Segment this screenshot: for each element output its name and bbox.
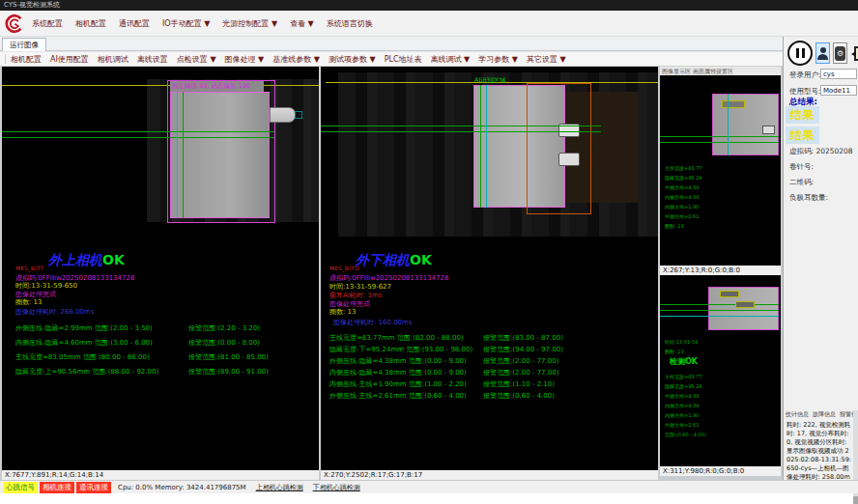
mid-camera-canvas[interactable]: AI识别区域 外下相机OK MES_B(TO 虚拟码:0FFIIiw202502… [321,67,658,470]
toolbar-separator [5,54,6,64]
thumb-line: 时间:13-31-59 [665,337,698,347]
window-titlebar: CYS-视觉检测系统 [0,0,858,11]
toolbar: 相机配置 AI使用配置 相机调试 离线设置 点检设置 ▼ 图像处理 ▼ 基准线参… [0,51,783,67]
virtual-barcode-field: 虚拟码: 20250208 [789,147,853,156]
user-login-button[interactable] [815,42,830,64]
annotation-green-vline [480,85,481,208]
measurement-value: 主线宽度=83.05mm 范围:(80.00 - 86.00) [15,353,150,361]
measurement-value: 主线宽度=83.77mm 范围:(82.00 - 88.00) [329,334,464,342]
menu-system-config[interactable]: 系统配置 [32,18,63,29]
annotation-yellow-label [720,291,739,297]
menu-camera-config[interactable]: 相机配置 [75,18,106,29]
tool-learning-params[interactable]: 学习参数 ▼ [478,54,518,65]
camera-connection-badge: 相机连接 [40,482,74,493]
annotation-yellow-label [722,100,745,108]
thumb-line: 内侧主线=1.90 [665,202,702,211]
alarm-range: 报警范围:(94.00 - 97.00) [483,345,563,354]
measurement-list: 外侧压线-隐藏=2.99mm 范围:(2.00 - 3.50)报警范围:(2.2… [15,323,158,381]
scrollbar-thumb[interactable] [853,496,858,504]
reflective-tab [558,153,580,166]
user-icon [820,47,826,53]
tool-ai-usage-config[interactable]: AI使用配置 [50,54,89,65]
tab-stat-info[interactable]: 统计信息 [786,410,809,419]
menu-io-manual-config[interactable]: IO手动配置 ▼ [162,18,210,29]
lower-camera-heartbeat-link[interactable]: 下相机心跳检测 [313,483,360,492]
ok-status-label: OK [102,252,125,267]
thumb-line: 外侧压线=4.38 [665,182,702,192]
side-control-panel: ⚙ 登录用户: cys 使用型号: Mode11 总结果: 结果 结果 虚拟码:… [783,37,858,480]
thumb-measure-lines: 时间:13-31-59 圈数: 13 [665,337,698,356]
thumb-line: 主线宽度=83.77 [665,372,706,381]
mes-status-label: MES_B(TO [329,265,359,271]
measurement-value: 隐藏宽度-下=95.24mm 范围:(93.00 - 98.00) [329,346,472,353]
thumb-bottom-canvas[interactable]: 时间:13-31-59 圈数: 13 检测OK 主线宽度=83.77 隐藏宽度=… [660,275,781,466]
upper-camera-heartbeat-link[interactable]: 上相机心跳检测 [256,483,303,492]
thumbnail-header: 图像显示区 画面属性设置区 [660,67,781,75]
process-time-label: 图像处理耗时: 266.00ms [15,307,95,317]
left-camera-canvas[interactable]: 固定阈值:93, 动态阈值:100 外上相机OK MES_B(TT 虚拟码:0F… [2,67,319,470]
menu-light-control-config[interactable]: 光源控制配置 ▼ [222,18,277,29]
thumb-line: 内侧主线=1.90 [665,410,706,420]
menu-bar: 系统配置 相机配置 通讯配置 IO手动配置 ▼ 光源控制配置 ▼ 查看 ▼ 系统… [0,11,858,37]
menu-comm-config[interactable]: 通讯配置 [119,18,150,29]
thumb-line: 外侧主线=2.61 [665,211,702,221]
ok-status-label: 检测OK [670,356,698,367]
tool-other-settings[interactable]: 其它设置 ▼ [527,54,566,65]
camera-result-title: 外下相机OK [356,250,432,269]
alarm-range: 报警范围:(89.00 - 91.00) [188,367,269,377]
measurement-row: 内侧压线-主线=1.90mm 范围:(1.00 - 2.20)报警范围:(1.1… [329,379,472,391]
measurement-list: 主线宽度=83.77mm 范围:(82.00 - 88.00)报警范围:(83.… [329,333,472,403]
measurement-value: 外侧压线-隐藏=4.38mm 范围:(0.00 - 9.00) [329,357,467,365]
alarm-range: 报警范围:(1.10 - 2.10) [483,379,555,389]
exit-arrow-icon [851,51,856,57]
heartbeat-status-badge: 心跳信号 [3,482,38,493]
tab-run-image[interactable]: 运行图像 [2,38,46,51]
thumb-line: 内侧压线=4.38 [665,192,702,202]
tool-image-processing[interactable]: 图像处理 ▼ [225,54,265,65]
model-label: 使用型号: [789,87,821,97]
camera-name-label: 外下相机 [356,252,410,267]
menu-language-switch[interactable]: 系统语言切换 [327,18,373,29]
measurement-row: 隐藏宽度-下=95.24mm 范围:(93.00 - 98.00)报警范围:(9… [329,345,472,356]
ai-region-label: AI识别区域 [474,76,505,85]
pause-button[interactable] [787,41,813,66]
menu-view[interactable]: 查看 ▼ [290,18,314,29]
pixel-coords-readout: X:270;Y:2502;R:17;G:17;B:17 [321,470,658,480]
thumb-measure-lines: 主线宽度=83.77 隐藏宽度=95.24 外侧压线=4.38 内侧压线=4.3… [665,163,702,231]
tool-offline-debug[interactable]: 离线调试 ▼ [431,54,471,65]
result-display-2: 结果 [786,126,819,144]
qrcode-field: 二维码: [789,178,814,187]
tool-baseline-params[interactable]: 基准线参数 ▼ [272,54,320,65]
login-user-value[interactable]: cys [820,69,857,79]
measurement-value: 外侧压线-隐藏=2.99mm 范围:(2.00 - 3.50) [15,324,153,332]
tool-spot-check[interactable]: 点检设置 ▼ [177,54,216,65]
tab-count-field: 负极耳数量: [789,193,828,203]
annotation-green-vline [183,92,184,218]
needle-number-field: 卷针号: [789,162,814,172]
alarm-range: 报警范围:(81.00 - 85.00) [188,352,269,362]
inspected-part-image [170,92,270,218]
tool-camera-config[interactable]: 相机配置 [11,54,42,65]
measurement-row: 外侧压线-隐藏=2.99mm 范围:(2.00 - 3.50)报警范围:(2.2… [15,323,158,338]
tool-offline-settings[interactable]: 离线设置 [137,54,168,65]
alarm-range: 报警范围:(2.00 - 77.00) [483,356,558,366]
left-camera-view: 固定阈值:93, 动态阈值:100 外上相机OK MES_B(TT 虚拟码:0F… [2,67,319,480]
thumb-line: 外侧主线=2.61 [665,420,706,430]
tool-camera-debug[interactable]: 相机调试 [98,54,129,65]
tool-test-params[interactable]: 测试项参数 ▼ [329,54,376,65]
annotation-green-line [321,131,601,132]
tab-strip: 运行图像 [0,37,858,51]
thumbnail-column: 图像显示区 画面属性设置区 主线宽度=83.77 隐藏宽度=95.24 外侧压线… [660,67,781,480]
tool-plc-address-table[interactable]: PLC地址表 [385,54,422,65]
annotation-cyan-line [660,316,779,317]
exit-button[interactable] [850,42,858,64]
pixel-coords-readout: X:267;Y:13;R:0;G:0;B:0 [660,266,781,275]
connector-tip-annotation [295,111,302,119]
tab-fault-info[interactable]: 故障信息 [813,410,836,419]
annotation-green-line [2,131,274,132]
model-value[interactable]: Mode11 [820,85,857,96]
settings-button[interactable]: ⚙ [833,42,847,64]
pixel-coords-readout: X:311;Y:980;R:0;G:0;B:0 [660,466,781,476]
thumb-top-canvas[interactable]: 主线宽度=83.77 隐藏宽度=95.24 外侧压线=4.38 内侧压线=4.3… [660,75,781,266]
measurement-row: 主线宽度=83.77mm 范围:(82.00 - 88.00)报警范围:(83.… [329,333,472,345]
